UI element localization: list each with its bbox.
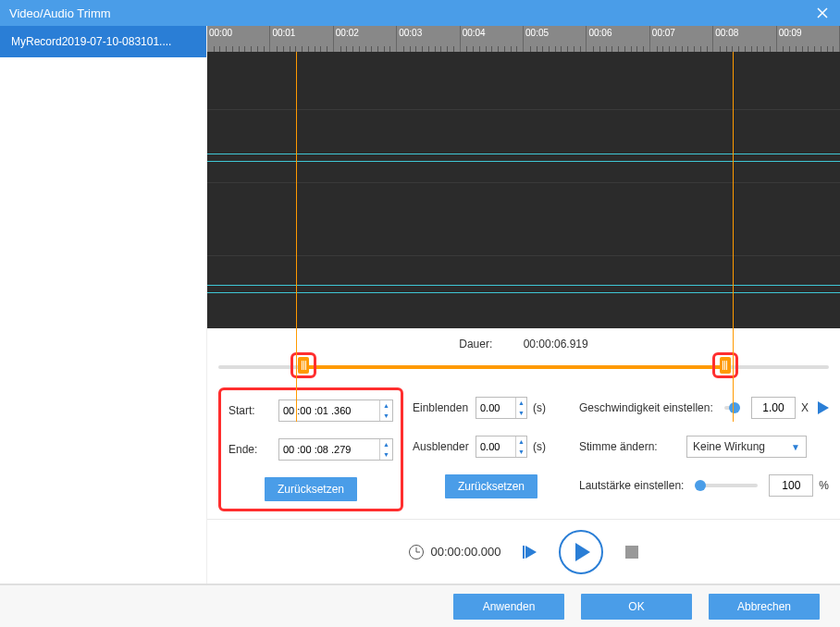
voice-value: Keine Wirkung [693,440,765,453]
volume-row: Lautstärke einstellen: % [579,474,829,497]
speed-row: Geschwindigkeit einstellen: X [579,397,829,419]
trim-end-marker[interactable] [733,52,734,422]
speed-value[interactable] [751,397,796,419]
fadeout-arrows[interactable]: ▲▼ [515,436,526,457]
end-arrows[interactable]: ▲▼ [379,439,392,460]
fadeout-label: Ausblender [413,440,470,453]
end-input[interactable] [279,439,379,460]
chevron-down-icon[interactable]: ▼ [516,447,526,457]
sidebar: MyRecord2019-07-10-083101.... [0,26,207,584]
speed-label: Geschwindigkeit einstellen: [579,401,713,414]
voice-label: Stimme ändern: [579,440,681,453]
chevron-up-icon[interactable]: ▲ [380,400,392,411]
playback-time: 00:00:00.000 [431,545,501,559]
goto-start-icon[interactable] [523,546,537,559]
fade-group: Einblenden ▲▼ (s) Ausblender ▲▼ (s) [413,391,570,511]
duration-label: Dauer: [459,338,492,350]
end-label: Ende: [229,443,273,456]
main-panel: 00:0000:0100:0200:0300:0400:0500:0600:07… [207,26,840,584]
fadein-spinner[interactable]: ▲▼ [476,397,527,419]
chevron-down-icon[interactable]: ▼ [380,449,392,460]
start-input[interactable] [279,400,379,421]
trim-reset-button[interactable]: Zurücksetzen [265,477,357,501]
volume-thumb[interactable] [695,480,706,491]
trim-time-group: Start: ▲▼ Ende: ▲▼ Zurücksetzen [218,387,403,511]
voice-row: Stimme ändern: Keine Wirkung ▼ [579,436,829,458]
clock-icon [409,545,424,559]
volume-label: Lautstärke einstellen: [579,479,684,492]
slider-selection [303,365,724,369]
play-button[interactable] [559,530,603,574]
speed-thumb[interactable] [729,402,740,413]
fadeout-input[interactable] [476,436,515,457]
volume-value[interactable] [769,474,813,497]
start-label: Start: [229,404,273,417]
timeline-ruler[interactable]: 00:0000:0100:0200:0300:0400:0500:0600:07… [207,26,840,52]
chevron-down-icon[interactable]: ▼ [516,408,526,418]
window-title: Video/Audio Trimm [9,6,111,20]
chevron-up-icon[interactable]: ▲ [516,398,526,408]
end-row: Ende: ▲▼ [229,438,393,461]
timecode-group: 00:00:00.000 [409,545,501,559]
controls-grid: Start: ▲▼ Ende: ▲▼ Zurücksetzen [207,391,840,519]
body: MyRecord2019-07-10-083101.... 00:0000:01… [0,26,840,584]
titlebar: Video/Audio Trimm [0,0,840,26]
duration-row: Dauer: 00:00:06.919 [207,334,840,352]
trim-end-handle[interactable] [712,352,738,378]
play-icon [575,543,590,561]
waveform-area[interactable] [207,52,840,328]
fadein-label: Einblenden [413,401,470,414]
footer: Anwenden OK Abbrechen [0,584,840,627]
effect-group: Geschwindigkeit einstellen: X Stimme änd… [579,391,829,511]
playback-bar: 00:00:00.000 [207,519,840,584]
stop-button[interactable] [625,546,638,559]
duration-value: 00:00:06.919 [524,338,588,350]
trim-start-handle[interactable] [290,352,316,378]
speed-x: X [801,401,809,414]
end-spinner[interactable]: ▲▼ [278,438,393,461]
fadeout-row: Ausblender ▲▼ (s) [413,436,570,458]
fade-reset-button[interactable]: Zurücksetzen [445,474,537,498]
fadein-row: Einblenden ▲▼ (s) [413,397,570,419]
apply-button[interactable]: Anwenden [453,594,564,620]
cancel-button[interactable]: Abbrechen [709,594,820,620]
voice-select[interactable]: Keine Wirkung ▼ [686,436,807,458]
fadeout-spinner[interactable]: ▲▼ [476,436,527,458]
start-row: Start: ▲▼ [229,400,393,422]
file-item[interactable]: MyRecord2019-07-10-083101.... [0,26,206,57]
chevron-up-icon[interactable]: ▲ [516,436,526,447]
trim-start-marker[interactable] [296,52,297,422]
speed-preview-icon[interactable] [818,401,829,414]
chevron-up-icon[interactable]: ▲ [380,439,392,449]
chevron-down-icon[interactable]: ▼ [380,411,392,421]
fade-unit: (s) [533,440,546,453]
volume-slider[interactable] [695,484,758,487]
volume-pct: % [819,479,829,492]
fade-unit: (s) [533,401,546,414]
ok-button[interactable]: OK [581,594,692,620]
start-arrows[interactable]: ▲▼ [379,400,392,421]
fadein-input[interactable] [476,398,515,418]
fadein-arrows[interactable]: ▲▼ [515,398,526,418]
trim-slider[interactable] [218,352,829,380]
close-icon[interactable] [814,5,831,21]
chevron-down-icon: ▼ [791,442,800,452]
